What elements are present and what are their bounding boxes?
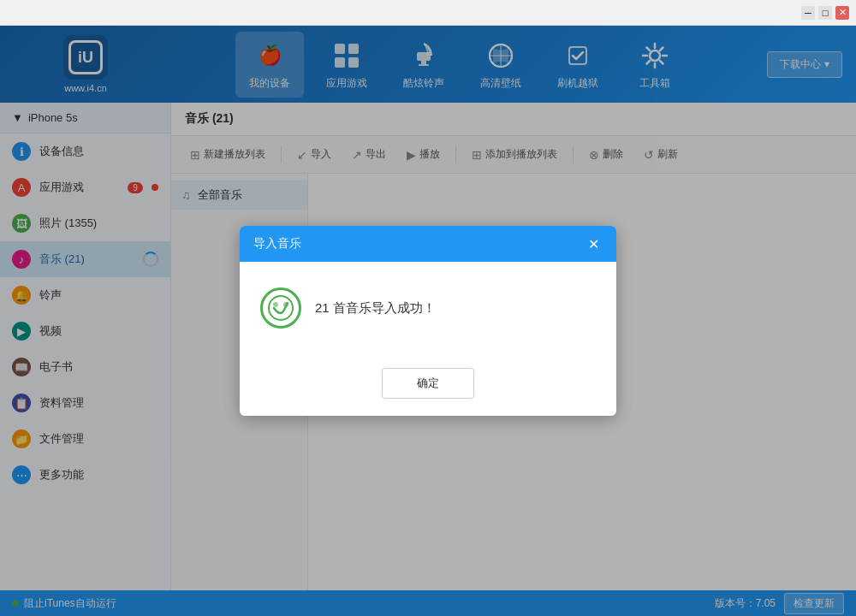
close-button[interactable]: ✕ — [835, 6, 849, 20]
svg-point-13 — [283, 302, 288, 307]
dialog-body: 21 首音乐导入成功！ — [240, 262, 616, 354]
titlebar: ─ □ ✕ — [0, 0, 856, 26]
import-music-dialog: 导入音乐 ✕ 21 首音乐导入成功！ 确定 — [240, 226, 616, 416]
maximize-button[interactable]: □ — [818, 6, 832, 20]
minimize-button[interactable]: ─ — [801, 6, 815, 20]
svg-point-11 — [269, 296, 293, 320]
dialog-title: 导入音乐 — [253, 236, 301, 252]
dialog-footer: 确定 — [240, 354, 616, 416]
svg-point-12 — [273, 302, 278, 307]
dialog-overlay: 导入音乐 ✕ 21 首音乐导入成功！ 确定 — [0, 26, 856, 616]
dialog-ok-button[interactable]: 确定 — [382, 368, 474, 399]
success-icon — [260, 287, 301, 329]
dialog-message: 21 首音乐导入成功！ — [315, 300, 436, 317]
dialog-title-bar: 导入音乐 ✕ — [240, 226, 616, 262]
dialog-close-button[interactable]: ✕ — [584, 234, 603, 253]
